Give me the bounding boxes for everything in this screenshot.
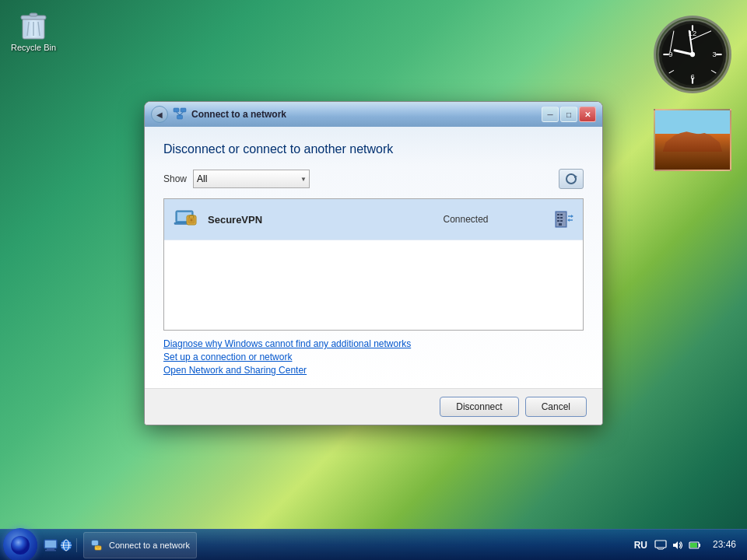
clock-time: 23:46 — [713, 539, 736, 551]
svg-marker-69 — [673, 541, 678, 549]
svg-point-50 — [11, 536, 30, 555]
svg-rect-25 — [181, 108, 186, 112]
dialog-heading: Disconnect or connect to another network — [163, 142, 584, 156]
connect-to-network-dialog: ◀ Connect to a network ─ □ ✕ Disconnect … — [144, 101, 603, 425]
svg-point-36 — [191, 219, 193, 222]
network-list[interactable]: SecureVPN Connected — [163, 198, 584, 331]
refresh-button[interactable] — [559, 169, 584, 189]
desktop: Recycle Bin 12 3 6 9 — [0, 0, 747, 560]
svg-rect-43 — [557, 220, 559, 222]
tray-icons — [654, 538, 702, 552]
dialog-back-button[interactable]: ◀ — [151, 106, 168, 123]
svg-rect-72 — [690, 543, 697, 548]
svg-rect-61 — [93, 541, 97, 544]
network-status: Connected — [380, 214, 552, 225]
svg-line-27 — [177, 112, 181, 115]
internet-explorer-icon[interactable] — [59, 538, 73, 552]
svg-rect-71 — [699, 544, 700, 547]
svg-text:9: 9 — [668, 50, 672, 58]
svg-text:6: 6 — [690, 72, 694, 81]
svg-rect-3 — [30, 13, 37, 16]
tray-volume-icon[interactable] — [671, 538, 685, 552]
dialog-titlebar: ◀ Connect to a network ─ □ ✕ — [145, 102, 602, 127]
recycle-bin-icon[interactable]: Recycle Bin — [6, 6, 61, 52]
disconnect-button[interactable]: Disconnect — [440, 397, 518, 417]
network-item[interactable]: SecureVPN Connected — [164, 199, 583, 240]
svg-marker-49 — [567, 219, 570, 222]
dialog-title: Connect to a network — [191, 109, 542, 120]
vpn-icon — [172, 205, 200, 233]
language-indicator: RU — [634, 540, 647, 551]
taskbar-clock[interactable]: 23:46 — [708, 539, 741, 551]
maximize-button[interactable]: □ — [560, 107, 577, 122]
svg-rect-53 — [47, 548, 54, 550]
svg-rect-44 — [560, 220, 563, 222]
svg-rect-24 — [174, 108, 179, 112]
network-name: SecureVPN — [208, 214, 380, 226]
setup-connection-link[interactable]: Set up a connection or network — [163, 352, 584, 362]
photo-widget — [654, 109, 731, 171]
taskbar: Connect to a network RU — [0, 529, 747, 560]
start-button[interactable] — [0, 530, 40, 561]
svg-rect-26 — [177, 115, 183, 119]
taskbar-items: Connect to a network — [80, 532, 200, 558]
dialog-footer: Disconnect Cancel — [145, 388, 602, 425]
tray-battery-icon[interactable] — [688, 538, 702, 552]
svg-rect-42 — [560, 217, 563, 219]
close-button[interactable]: ✕ — [579, 107, 596, 122]
show-select-wrapper: All Wireless Dial-up and VPN ▼ — [193, 170, 310, 188]
quick-launch-bar — [40, 538, 77, 552]
sharing-center-link[interactable]: Open Network and Sharing Center — [163, 365, 584, 376]
taskbar-network-icon — [90, 538, 104, 552]
svg-rect-40 — [560, 214, 563, 215]
diagnose-link[interactable]: Diagnose why Windows cannot find any add… — [163, 338, 584, 349]
show-desktop-icon[interactable] — [44, 538, 58, 552]
svg-text:3: 3 — [713, 50, 717, 58]
dialog-content: Disconnect or connect to another network… — [145, 127, 602, 388]
svg-rect-45 — [559, 223, 562, 226]
show-select[interactable]: All Wireless Dial-up and VPN — [193, 170, 310, 188]
cancel-button[interactable]: Cancel — [525, 397, 587, 417]
start-orb — [3, 528, 37, 561]
svg-rect-54 — [45, 550, 56, 551]
svg-point-23 — [690, 52, 695, 57]
links-section: Diagnose why Windows cannot find any add… — [163, 338, 584, 376]
svg-rect-39 — [557, 214, 559, 215]
dialog-window-controls: ─ □ ✕ — [542, 107, 596, 122]
show-label: Show — [163, 173, 187, 184]
clock-widget: 12 3 6 9 — [654, 16, 731, 93]
svg-line-28 — [180, 112, 184, 115]
svg-rect-41 — [557, 217, 559, 219]
taskbar-item-label: Connect to a network — [109, 541, 190, 550]
system-tray: RU — [634, 538, 747, 552]
taskbar-connect-item[interactable]: Connect to a network — [83, 532, 197, 558]
network-dialog-icon — [173, 107, 187, 121]
network-signal-icon — [552, 208, 575, 231]
tray-network-icon[interactable] — [654, 538, 668, 552]
svg-marker-47 — [571, 215, 573, 218]
minimize-button[interactable]: ─ — [542, 107, 559, 122]
svg-rect-65 — [655, 541, 666, 548]
svg-rect-52 — [45, 541, 56, 548]
show-filter-row: Show All Wireless Dial-up and VPN ▼ — [163, 169, 584, 189]
recycle-bin-label: Recycle Bin — [11, 43, 56, 52]
